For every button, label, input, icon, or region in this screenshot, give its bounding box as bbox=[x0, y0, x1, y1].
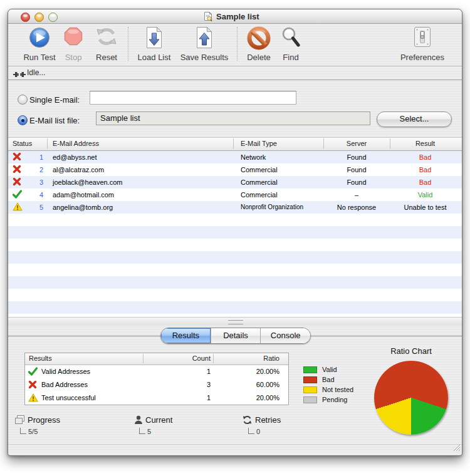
refresh-icon bbox=[243, 415, 252, 427]
list-file-radio[interactable] bbox=[18, 115, 28, 125]
list-file-field[interactable]: Sample list bbox=[96, 111, 370, 125]
current-label: Current bbox=[145, 415, 172, 425]
reset-button[interactable]: Reset bbox=[88, 26, 125, 65]
tab-details[interactable]: Details bbox=[211, 328, 261, 343]
stacked-pages-icon bbox=[14, 415, 25, 427]
results-table-header: Results Count Ratio bbox=[25, 353, 288, 365]
email-address: adam@hotmail.com bbox=[53, 189, 114, 201]
legend-chip bbox=[303, 366, 317, 373]
table-row[interactable]: 1 ed@abyss.net Network Found Bad bbox=[8, 151, 462, 163]
results-row-bad: Bad Addresses 3 60.00% bbox=[25, 378, 288, 391]
titlebar[interactable]: Sample list bbox=[8, 9, 462, 24]
progress-value: 5/5 bbox=[28, 428, 38, 435]
tab-bar: Results Details Console bbox=[160, 328, 311, 344]
results-row-count: 3 bbox=[144, 378, 211, 391]
toolbar-item-label: Run Test bbox=[19, 53, 60, 62]
tree-bracket bbox=[20, 428, 26, 434]
toolbar-item-label: Load List bbox=[135, 53, 173, 62]
preferences-button[interactable]: Preferences bbox=[397, 26, 447, 65]
table-row[interactable]: 3 joeblack@heaven.com Commercial Found B… bbox=[8, 176, 462, 189]
app-window: Sample list Run Test bbox=[8, 9, 462, 456]
column-divider bbox=[323, 138, 324, 149]
toolbar-item-label: Preferences bbox=[397, 53, 447, 62]
server-status: Found bbox=[323, 176, 390, 189]
email-address: joeblack@heaven.com bbox=[53, 176, 122, 189]
stop-button[interactable]: Stop bbox=[55, 26, 92, 65]
result: Bad bbox=[390, 176, 461, 189]
tree-bracket bbox=[248, 428, 254, 434]
toolbar-item-label: Stop bbox=[55, 53, 92, 62]
zoom-button[interactable] bbox=[48, 13, 58, 22]
table-header[interactable]: Status E-Mail Address E-Mail Type Server… bbox=[8, 137, 462, 151]
table-row[interactable]: 2 al@alcatraz.com Commercial Found Bad bbox=[8, 163, 462, 176]
count-column-header: Count bbox=[144, 354, 211, 362]
person-icon bbox=[134, 415, 143, 427]
table-row[interactable]: 5 angelina@tomb.org Nonprofit Organizati… bbox=[8, 201, 462, 214]
chart-title: Ratio Chart bbox=[368, 346, 454, 356]
legend-label: Not tested bbox=[322, 386, 353, 393]
toolbar-separator bbox=[128, 27, 128, 61]
stop-octagon-icon bbox=[55, 26, 92, 52]
row-number: 1 bbox=[21, 151, 43, 163]
results-row-label: Valid Addresses bbox=[41, 365, 90, 378]
pane-splitter[interactable] bbox=[8, 317, 462, 326]
plug-connector-icon bbox=[13, 70, 26, 81]
play-circle-icon bbox=[19, 26, 60, 52]
results-row-label: Test unsuccessful bbox=[41, 391, 96, 405]
single-email-radio[interactable] bbox=[18, 95, 28, 105]
result: Bad bbox=[390, 163, 461, 176]
load-list-button[interactable]: Load List bbox=[135, 26, 173, 65]
legend-chip bbox=[303, 376, 317, 383]
resize-grip[interactable] bbox=[451, 442, 461, 454]
results-summary-table: Results Count Ratio Valid Addresses 1 20… bbox=[24, 353, 289, 405]
email-type: Commercial bbox=[241, 163, 323, 176]
results-row-ratio: 60.00% bbox=[213, 378, 279, 391]
close-button[interactable] bbox=[21, 13, 30, 22]
tree-bracket bbox=[139, 428, 145, 434]
single-email-input[interactable] bbox=[90, 91, 296, 105]
run-test-button[interactable]: Run Test bbox=[19, 26, 60, 65]
column-divider bbox=[213, 354, 214, 363]
toolbar-item-label: Find bbox=[272, 53, 310, 62]
status-text: Idle... bbox=[27, 68, 45, 77]
find-button[interactable]: Find bbox=[272, 26, 310, 65]
column-divider bbox=[143, 354, 144, 363]
footer-divider bbox=[8, 444, 462, 445]
server-status: Found bbox=[323, 151, 390, 163]
table-row[interactable]: 4 adam@hotmail.com Commercial – Valid bbox=[8, 189, 462, 201]
save-results-button[interactable]: Save Results bbox=[179, 26, 229, 65]
refresh-arrows-icon bbox=[88, 26, 125, 52]
results-row-ratio: 20.00% bbox=[213, 391, 279, 405]
email-table[interactable]: 1 ed@abyss.net Network Found Bad 2 al@al… bbox=[8, 151, 462, 317]
column-header-address[interactable]: E-Mail Address bbox=[53, 140, 99, 147]
column-header-server[interactable]: Server bbox=[323, 140, 390, 147]
email-type: Nonprofit Organization bbox=[241, 201, 323, 214]
tab-results[interactable]: Results bbox=[161, 328, 211, 343]
current-value: 5 bbox=[147, 428, 151, 435]
results-row-ratio: 20.00% bbox=[213, 365, 279, 378]
toolbar: Run Test Stop Reset bbox=[8, 23, 462, 66]
row-number: 4 bbox=[21, 189, 43, 201]
column-header-type[interactable]: E-Mail Type bbox=[241, 140, 277, 147]
result: Valid bbox=[390, 189, 461, 201]
minimize-button[interactable] bbox=[34, 13, 44, 22]
legend-label: Pending bbox=[322, 396, 347, 403]
toolbar-separator bbox=[237, 27, 238, 61]
magnifier-icon bbox=[272, 26, 310, 52]
column-header-result[interactable]: Result bbox=[390, 140, 461, 147]
column-divider bbox=[233, 138, 234, 149]
bad-status-icon bbox=[28, 380, 38, 390]
toolbar-item-label: Reset bbox=[88, 53, 125, 62]
column-divider bbox=[47, 138, 48, 149]
column-header-status[interactable]: Status bbox=[13, 140, 32, 147]
tab-console[interactable]: Console bbox=[261, 328, 310, 343]
legend-label: Valid bbox=[322, 366, 337, 373]
select-button[interactable]: Select... bbox=[377, 111, 452, 127]
legend-chip bbox=[303, 386, 317, 393]
retries-value: 0 bbox=[256, 428, 260, 435]
results-column-header: Results bbox=[29, 354, 52, 362]
email-address: angelina@tomb.org bbox=[53, 201, 113, 214]
email-address: al@alcatraz.com bbox=[53, 163, 104, 176]
splitter-handle-icon[interactable] bbox=[228, 320, 243, 324]
list-file-label: E-Mail list file: bbox=[29, 116, 80, 125]
